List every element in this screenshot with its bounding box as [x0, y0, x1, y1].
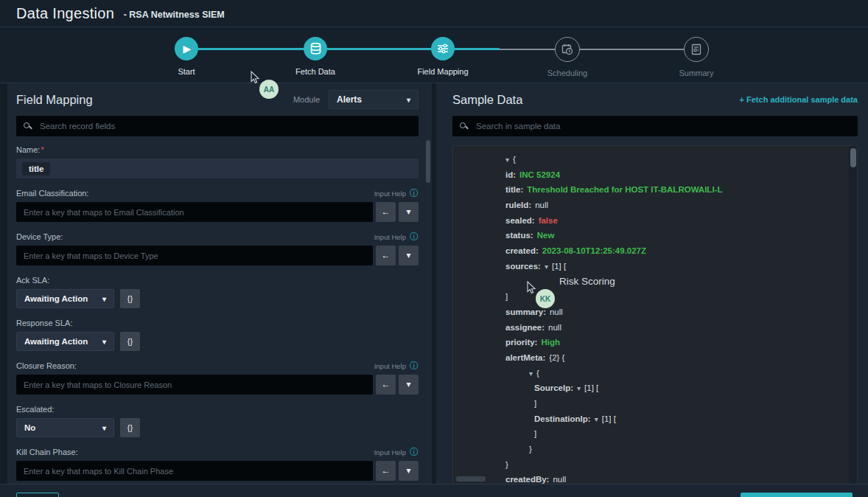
json-value: High: [541, 338, 560, 347]
json-key: created:: [505, 246, 539, 255]
json-line: ruleId:null: [453, 198, 857, 213]
step-label: Start: [142, 67, 231, 76]
fetch-additional-sample-data-link[interactable]: + Fetch additional sample data: [740, 95, 858, 104]
search-input[interactable]: [475, 121, 850, 131]
step-start[interactable]: ▶ Start: [142, 37, 231, 76]
sample-data-panel: Sample Data + Fetch additional sample da…: [436, 83, 868, 484]
field-label: Ack SLA:: [16, 276, 49, 285]
json-value: Threshold Breached for HOST IT-BALROWAIL…: [527, 185, 722, 194]
panel-scrollbar-thumb[interactable]: [426, 140, 430, 183]
input-help[interactable]: Input Helpⓘ: [374, 232, 419, 241]
field-row-name: Name:* title: [16, 145, 419, 178]
record-fields-search[interactable]: [16, 116, 419, 136]
sample-data-title: Sample Data: [452, 93, 522, 107]
arrow-left-icon: ←: [382, 379, 391, 389]
field-row-closure-reason: Closure Reason: Input Helpⓘ ← ▾: [16, 361, 419, 395]
step-label: Fetch Data: [271, 67, 360, 76]
field-row-kill-chain-phase: Kill Chain Phase: Input Helpⓘ ← ▾: [16, 448, 419, 481]
sample-scrollbar-track[interactable]: [849, 146, 857, 484]
json-line: priority:High: [453, 335, 857, 350]
search-input[interactable]: [38, 121, 411, 131]
key-dropdown-button[interactable]: ▾: [399, 246, 419, 265]
step-summary[interactable]: Summary: [652, 37, 741, 77]
database-icon: [310, 43, 321, 55]
step-scheduling[interactable]: Scheduling: [523, 37, 612, 77]
device-type-field[interactable]: [16, 246, 373, 265]
arrow-left-icon: ←: [382, 206, 391, 217]
json-value: INC 52924: [519, 170, 560, 179]
step-label: Summary: [652, 69, 741, 77]
json-key: status:: [505, 231, 533, 240]
collapse-caret-icon[interactable]: ▾: [595, 415, 598, 423]
json-key: DestinationIp:: [534, 414, 591, 423]
field-label: Email Classification:: [16, 189, 88, 198]
closure-reason-field[interactable]: [16, 375, 373, 395]
json-key: createdBy:: [505, 475, 549, 484]
main-content: Field Mapping Module Alerts ▾ Name:*: [0, 83, 868, 484]
insert-key-button[interactable]: ←: [376, 461, 396, 481]
json-value: null: [548, 323, 561, 332]
json-line: DestinationIp:▾[1] [: [453, 411, 857, 427]
field-label: Closure Reason:: [16, 361, 77, 370]
input-help[interactable]: Input Helpⓘ: [374, 448, 419, 456]
key-dropdown-button[interactable]: ▾: [399, 461, 419, 481]
json-edit-button[interactable]: {}: [120, 289, 140, 308]
next-button[interactable]: [741, 493, 853, 497]
back-button[interactable]: [16, 493, 59, 497]
step-label: Scheduling: [523, 69, 612, 77]
step-field-mapping[interactable]: Field Mapping: [399, 37, 487, 76]
insert-key-button[interactable]: ←: [376, 202, 396, 222]
info-icon: ⓘ: [410, 361, 419, 370]
json-value: ]: [505, 292, 508, 301]
key-dropdown-button[interactable]: ▾: [399, 202, 419, 222]
name-field[interactable]: title: [16, 159, 419, 178]
json-key: alertMeta:: [505, 353, 545, 362]
module-value: Alerts: [337, 94, 362, 105]
insert-key-button[interactable]: ←: [376, 375, 396, 395]
sliders-icon: [437, 44, 449, 54]
collapse-caret-icon[interactable]: ▾: [529, 369, 533, 378]
info-icon: ⓘ: [410, 232, 419, 241]
json-value: Risk Scoring: [559, 276, 615, 287]
json-edit-button[interactable]: {}: [120, 418, 140, 437]
sample-data-search[interactable]: [452, 116, 858, 136]
step-fetch-data[interactable]: Fetch Data: [271, 37, 360, 76]
module-select[interactable]: Alerts ▾: [329, 90, 419, 109]
insert-key-button[interactable]: ←: [376, 246, 396, 265]
json-line: ]: [453, 426, 857, 442]
json-value: 2023-08-10T12:25:49.027Z: [542, 246, 646, 255]
email-classification-field[interactable]: [16, 202, 373, 222]
key-dropdown-button[interactable]: ▾: [399, 375, 419, 395]
json-line: title:Threshold Breached for HOST IT-BAL…: [453, 182, 857, 198]
wizard-stepper: ▶ Start Fetch Data: [0, 27, 868, 83]
field-label: Kill Chain Phase:: [16, 448, 78, 456]
chevron-down-icon: ▾: [102, 295, 106, 303]
name-value-chip[interactable]: title: [22, 162, 50, 175]
kill-chain-phase-field[interactable]: [16, 461, 373, 481]
module-label: Module: [293, 95, 320, 104]
search-icon: [460, 122, 468, 131]
escalated-select[interactable]: No ▾: [16, 418, 114, 437]
response-sla-select[interactable]: Awaiting Action ▾: [16, 332, 114, 351]
json-edit-button[interactable]: {}: [120, 332, 140, 351]
input-help[interactable]: Input Helpⓘ: [374, 189, 419, 198]
sample-scrollbar-thumb[interactable]: [850, 148, 856, 167]
collapse-caret-icon[interactable]: ▾: [545, 263, 548, 271]
json-line: summary:null: [453, 305, 857, 320]
wizard-footer: [0, 484, 868, 497]
collapse-caret-icon[interactable]: ▾: [577, 384, 581, 392]
json-value: null: [535, 201, 548, 209]
collaborator-avatar: KK: [536, 289, 555, 308]
collapse-caret-icon[interactable]: ▾: [505, 156, 509, 164]
step-label: Field Mapping: [399, 67, 487, 76]
chevron-down-icon: ▾: [102, 424, 106, 432]
chevron-down-icon: ▾: [406, 206, 410, 217]
json-line: sealed:false: [453, 213, 857, 229]
chevron-down-icon: ▾: [406, 250, 410, 260]
json-line: status:New: [453, 228, 857, 243]
ack-sla-select[interactable]: Awaiting Action ▾: [16, 289, 114, 308]
sample-hscrollbar-thumb[interactable]: [456, 476, 486, 482]
arrow-left-icon: ←: [382, 465, 391, 476]
input-help[interactable]: Input Helpⓘ: [374, 361, 419, 370]
document-icon: [691, 44, 701, 55]
